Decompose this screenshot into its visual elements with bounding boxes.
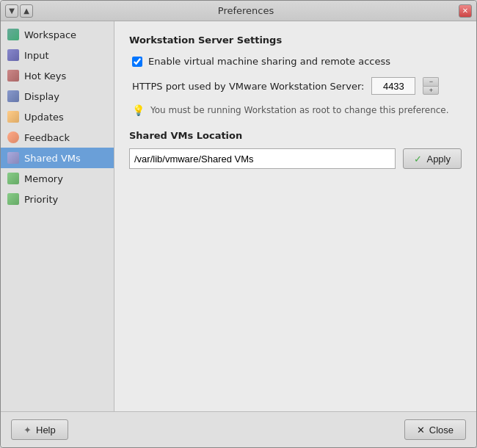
enable-sharing-checkbox[interactable] [132, 57, 142, 67]
main-area: Workspace Input Hot Keys Display Updates… [1, 21, 476, 411]
titlebar-left-buttons: ▼ ▲ [5, 4, 33, 18]
check-icon: ✓ [414, 153, 422, 165]
enable-sharing-row: Enable virtual machine sharing and remot… [129, 56, 462, 67]
sidebar-label-workspace: Workspace [24, 29, 76, 40]
sidebar-item-updates[interactable]: Updates [1, 106, 114, 127]
minimize-button[interactable]: ▼ [5, 4, 18, 18]
bottom-bar: ✦ Help ✕ Close [1, 411, 476, 447]
sidebar-item-hotkeys[interactable]: Hot Keys [1, 65, 114, 86]
shared-vms-title: Shared VMs Location [129, 130, 462, 141]
shared-vms-path-input[interactable] [129, 148, 396, 169]
help-button[interactable]: ✦ Help [11, 419, 68, 440]
help-icon: ✦ [23, 424, 32, 436]
display-icon [7, 90, 20, 103]
window-title: Preferences [33, 5, 459, 16]
sidebar-label-hotkeys: Hot Keys [24, 71, 66, 82]
priority-icon [7, 192, 20, 206]
apply-label: Apply [426, 153, 451, 165]
feedback-icon [7, 131, 20, 144]
bulb-icon: 💡 [132, 104, 145, 116]
updates-icon [7, 110, 20, 123]
sidebar-item-feedback[interactable]: Feedback [1, 127, 114, 148]
port-increment-button[interactable]: + [423, 86, 439, 95]
sidebar-item-workspace[interactable]: Workspace [1, 24, 114, 45]
close-x-icon: ✕ [417, 424, 425, 436]
sidebar-item-priority[interactable]: Priority [1, 189, 114, 209]
sidebar-label-sharedvms: Shared VMs [24, 153, 81, 164]
memory-icon [7, 172, 20, 185]
port-spinners: − + [423, 77, 439, 95]
workspace-icon [7, 28, 20, 41]
sidebar-label-priority: Priority [24, 194, 58, 205]
maximize-button[interactable]: ▲ [20, 4, 33, 18]
sidebar-item-display[interactable]: Display [1, 86, 114, 106]
titlebar: ▼ ▲ Preferences ✕ [1, 1, 476, 21]
apply-button[interactable]: ✓ Apply [403, 148, 462, 169]
sharedvms-icon [7, 151, 20, 165]
https-port-row: HTTPS port used by VMware Workstation Se… [129, 77, 462, 95]
close-label: Close [429, 424, 454, 436]
sidebar-label-display: Display [24, 91, 59, 102]
input-icon [7, 48, 20, 62]
sidebar-item-sharedvms[interactable]: Shared VMs [1, 148, 114, 168]
sidebar: Workspace Input Hot Keys Display Updates… [1, 21, 114, 411]
https-port-label: HTTPS port used by VMware Workstation Se… [132, 81, 364, 92]
sidebar-label-memory: Memory [24, 173, 63, 184]
info-row: 💡 You must be running Workstation as roo… [129, 104, 462, 117]
section-title: Workstation Server Settings [129, 35, 462, 46]
preferences-window: ▼ ▲ Preferences ✕ Workspace Input Hot Ke… [0, 0, 477, 448]
sidebar-item-memory[interactable]: Memory [1, 168, 114, 189]
sidebar-item-input[interactable]: Input [1, 45, 114, 65]
sidebar-label-input: Input [24, 50, 49, 61]
port-input[interactable] [371, 77, 415, 95]
close-window-button[interactable]: ✕ [459, 4, 472, 18]
enable-sharing-label: Enable virtual machine sharing and remot… [148, 56, 390, 67]
port-decrement-button[interactable]: − [423, 77, 439, 86]
content-area: Workstation Server Settings Enable virtu… [114, 21, 476, 411]
shared-vms-row: ✓ Apply [129, 148, 462, 169]
info-text: You must be running Workstation as root … [150, 104, 449, 117]
sidebar-label-updates: Updates [24, 112, 64, 123]
titlebar-right-buttons: ✕ [459, 4, 472, 18]
close-button[interactable]: ✕ Close [404, 419, 466, 440]
help-label: Help [36, 424, 56, 436]
sidebar-label-feedback: Feedback [24, 132, 70, 143]
hotkeys-icon [7, 69, 20, 82]
